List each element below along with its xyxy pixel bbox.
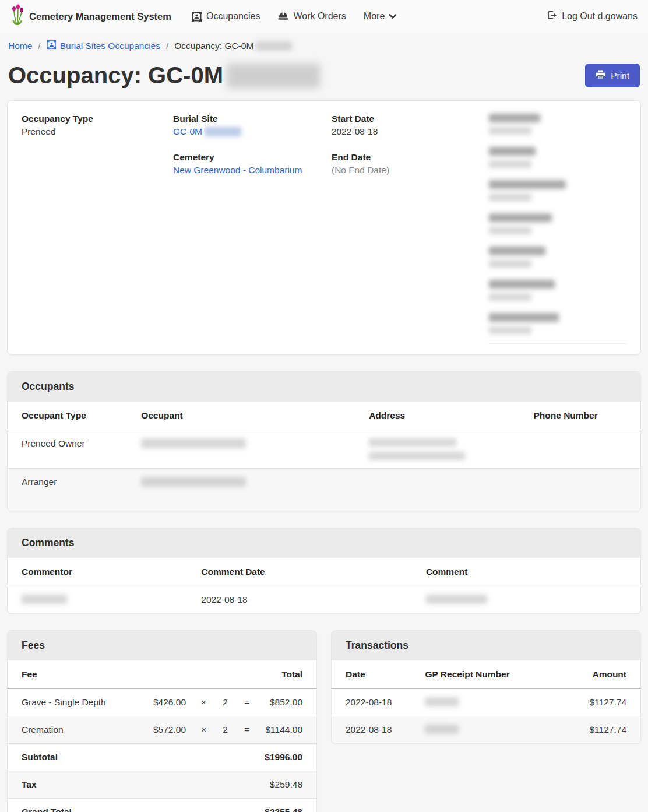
occupancies-icon <box>191 11 202 22</box>
fee-equals-cell: = <box>236 716 258 744</box>
content: Occupancy Type Preneed Burial Site GC-0M… <box>0 100 648 812</box>
print-button-label: Print <box>611 71 629 81</box>
tax-value: $259.48 <box>258 771 316 799</box>
occupancy-type-label: Occupancy Type <box>22 114 173 124</box>
breadcrumb: Home / Burial Sites Occupancies / Occupa… <box>0 33 648 58</box>
commentor-cell <box>8 586 194 614</box>
details-col-4-redacted <box>489 114 626 344</box>
occupant-phone-cell <box>527 430 641 469</box>
comment-row: 2022-08-18 <box>8 586 640 614</box>
fee-total-cell: $1144.00 <box>258 716 316 744</box>
logout-button[interactable]: Log Out d.gowans <box>547 10 638 23</box>
fee-row: Cremation $572.00 × 2 = $1144.00 <box>8 716 316 744</box>
comments-card: Comments Commentor Comment Date Comment … <box>7 528 641 614</box>
tulip-logo-icon <box>10 4 24 29</box>
logout-icon <box>547 10 557 23</box>
occupant-type-cell: Preneed Owner <box>8 430 134 469</box>
nav-work-orders-label: Work Orders <box>293 11 346 22</box>
breadcrumb-home-link[interactable]: Home <box>8 41 32 51</box>
occupants-col-phone: Phone Number <box>527 402 641 430</box>
fees-subtotal-row: Subtotal $1996.00 <box>8 744 316 771</box>
fee-times-cell: × <box>193 716 214 744</box>
nav-more-label: More <box>364 11 385 22</box>
nav-item-more[interactable]: More <box>364 11 397 22</box>
redacted-burial-site-id <box>205 127 241 136</box>
fee-name-cell: Cremation <box>8 716 134 744</box>
comments-header-row: Commentor Comment Date Comment <box>8 558 640 586</box>
fee-price-cell: $426.00 <box>134 689 193 716</box>
start-date-label: Start Date <box>332 114 489 124</box>
comment-cell <box>419 586 640 614</box>
occupant-phone-cell <box>527 469 641 511</box>
start-date-value: 2022-08-18 <box>332 126 489 137</box>
logout-label: Log Out d.gowans <box>562 11 638 22</box>
details-col-3: Start Date 2022-08-18 End Date (No End D… <box>332 114 489 344</box>
occupant-name-cell <box>134 430 362 469</box>
breadcrumb-separator: / <box>166 41 168 51</box>
cemetery-field: Cemetery New Greenwood - Columbarium <box>173 152 332 175</box>
occupants-col-occupant: Occupant <box>134 402 362 430</box>
occupants-header-row: Occupant Type Occupant Address Phone Num… <box>8 402 640 430</box>
fees-grand-total-row: Grand Total $2255.48 <box>8 799 316 812</box>
fees-col-total: Total <box>258 660 316 689</box>
occupant-address-cell <box>362 469 526 511</box>
occupants-col-type: Occupant Type <box>8 402 134 430</box>
transaction-row: 2022-08-18 $1127.74 <box>332 689 640 716</box>
breadcrumb-occupancies-label: Burial Sites Occupancies <box>60 41 160 51</box>
fees-section-title: Fees <box>8 631 316 660</box>
comments-table: Commentor Comment Date Comment 2022-08-1… <box>8 558 640 613</box>
nav-occupancies-label: Occupancies <box>206 11 260 22</box>
transactions-col-receipt: GP Receipt Number <box>418 660 554 689</box>
app-title: Cemetery Management System <box>29 11 171 22</box>
occupants-section-title: Occupants <box>8 372 640 402</box>
nav-item-work-orders[interactable]: Work Orders <box>277 11 346 22</box>
transactions-col-date: Date <box>332 660 418 689</box>
comments-col-date: Comment Date <box>194 558 419 586</box>
fee-name-cell: Grave - Single Depth <box>8 689 134 716</box>
end-date-field: End Date (No End Date) <box>332 152 489 175</box>
fee-total-cell: $852.00 <box>258 689 316 716</box>
page-title: Occupancy: GC-0M <box>8 62 320 89</box>
transactions-col-amount: Amount <box>554 660 640 689</box>
occupancies-icon-blue <box>47 40 57 52</box>
burial-site-label: Burial Site <box>173 114 332 124</box>
start-date-field: Start Date 2022-08-18 <box>332 114 489 137</box>
transaction-receipt-cell <box>418 716 554 744</box>
page-header: Occupancy: GC-0M Print <box>0 58 648 100</box>
breadcrumb-current-label: Occupancy: GC-0M <box>174 41 253 51</box>
redacted-field <box>489 247 626 268</box>
comments-col-commentor: Commentor <box>8 558 194 586</box>
brand: Cemetery Management System <box>10 4 171 29</box>
page-title-text: Occupancy: GC-0M <box>8 62 223 89</box>
burial-site-link[interactable]: GC-0M <box>173 126 202 137</box>
occupant-type-cell: Arranger <box>8 469 134 511</box>
fee-equals-cell: = <box>236 689 258 716</box>
redacted-field <box>489 114 626 135</box>
transactions-header-row: Date GP Receipt Number Amount <box>332 660 640 689</box>
occupants-card: Occupants Occupant Type Occupant Address… <box>7 371 641 511</box>
cemetery-label: Cemetery <box>173 152 332 163</box>
fee-row: Grave - Single Depth $426.00 × 2 = $852.… <box>8 689 316 716</box>
occupant-name-cell <box>134 469 362 511</box>
comments-section-title: Comments <box>8 528 640 558</box>
fees-col-fee: Fee <box>8 660 134 689</box>
grand-total-label: Grand Total <box>8 799 258 812</box>
tax-label: Tax <box>8 771 258 799</box>
transaction-date-cell: 2022-08-18 <box>332 716 418 744</box>
breadcrumb-occupancies-link[interactable]: Burial Sites Occupancies <box>47 40 160 52</box>
details-col-2: Burial Site GC-0M Cemetery New Greenwood… <box>173 114 332 344</box>
occupancy-type-field: Occupancy Type Preneed <box>22 114 173 137</box>
breadcrumb-separator: / <box>38 41 40 51</box>
cemetery-link[interactable]: New Greenwood - Columbarium <box>173 165 302 175</box>
print-button[interactable]: Print <box>585 64 640 87</box>
hard-hat-icon <box>277 11 289 22</box>
nav-item-occupancies[interactable]: Occupancies <box>191 11 260 22</box>
redacted-field <box>489 180 626 201</box>
fees-card: Fees Fee Total Grave - Single Depth $426… <box>7 630 317 812</box>
bottom-section: Fees Fee Total Grave - Single Depth $426… <box>7 630 641 812</box>
redacted-field <box>489 313 626 344</box>
transactions-table: Date GP Receipt Number Amount 2022-08-18… <box>332 660 640 743</box>
transactions-section-title: Transactions <box>332 631 640 660</box>
redacted-title-id <box>227 64 320 88</box>
top-navbar: Cemetery Management System Occupancies W… <box>0 0 648 33</box>
